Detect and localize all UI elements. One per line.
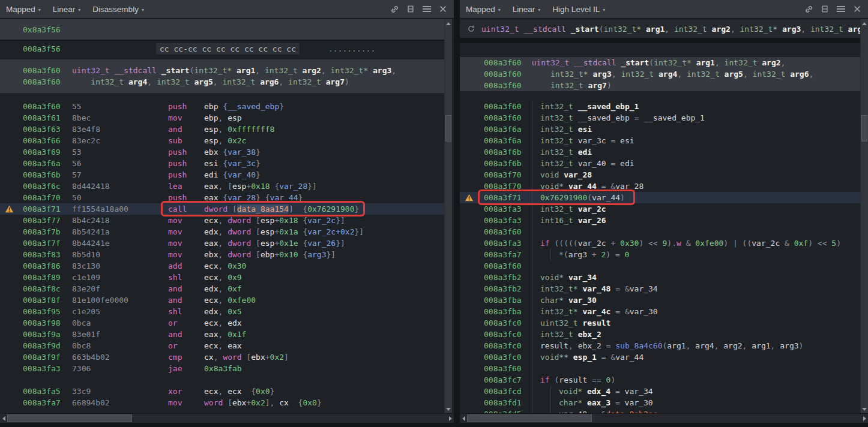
punctuation[interactable]: {: [242, 387, 256, 396]
punctuation[interactable]: ,: [665, 25, 674, 34]
mnemonic[interactable]: mov: [168, 239, 204, 248]
type-token[interactable]: int32_t*: [654, 58, 692, 67]
register[interactable]: edx: [228, 318, 241, 327]
type-token[interactable]: int32_t: [540, 205, 573, 214]
scrollbar-thumb[interactable]: [861, 115, 867, 142]
address[interactable]: 008a3fd1: [484, 398, 522, 407]
punctuation[interactable]: ,: [568, 341, 578, 350]
punctuation[interactable]: [321, 77, 326, 86]
punctuation[interactable]: {: [270, 182, 280, 191]
address[interactable]: 008a3f86: [23, 261, 72, 270]
punctuation[interactable]: [573, 159, 578, 168]
identifier[interactable]: var_2c: [752, 239, 780, 248]
punctuation[interactable]: ,: [218, 261, 228, 270]
address[interactable]: 008a3f83: [23, 250, 72, 259]
scrollbar-up-button[interactable]: [445, 19, 452, 28]
disasm-row[interactable]: 008a3f838b5d10movebx, dword [ebp+0x10 {a…: [0, 249, 445, 260]
address[interactable]: 008a3f9f: [23, 353, 72, 362]
punctuation[interactable]: ,: [218, 113, 228, 122]
identifier-definition[interactable]: arg1: [237, 66, 255, 75]
number-literal[interactable]: 0x30: [228, 261, 246, 270]
identifier-definition[interactable]: var_4c: [582, 307, 610, 316]
mnemonic-or-keyword[interactable]: dword: [228, 250, 251, 259]
punctuation[interactable]: [573, 330, 578, 339]
mnemonic[interactable]: push: [168, 148, 204, 157]
identifier[interactable]: arg1: [752, 341, 770, 350]
vertical-scrollbar[interactable]: [444, 19, 452, 413]
punctuation[interactable]: +: [265, 353, 270, 362]
punctuation[interactable]: (: [599, 25, 604, 34]
punctuation[interactable]: [564, 182, 568, 191]
address[interactable]: 008a3f6a: [23, 159, 72, 168]
identifier[interactable]: var_30: [630, 307, 658, 316]
function-prototype-bar[interactable]: uint32_t __stdcall _start(int32_t* arg1,…: [460, 20, 860, 38]
stack-variable[interactable]: var_38: [228, 148, 256, 157]
hlil-row[interactable]: 008a3fb2int32_t* var_48 = &var_34: [460, 283, 860, 294]
address[interactable]: 008a3fc0: [484, 330, 522, 339]
register[interactable]: ecx: [204, 261, 218, 270]
type-token[interactable]: int32_t: [550, 81, 583, 90]
identifier[interactable]: ebx_2: [578, 341, 601, 350]
address[interactable]: 008a3fa7: [484, 250, 522, 259]
punctuation[interactable]: }: [256, 170, 261, 179]
punctuation[interactable]: , [: [218, 182, 232, 191]
punctuation[interactable]: ,: [731, 25, 740, 34]
punctuation[interactable]: &: [780, 239, 794, 248]
register[interactable]: eax: [228, 341, 241, 350]
mnemonic-or-keyword[interactable]: dword: [228, 216, 251, 225]
register[interactable]: ebp: [204, 102, 218, 111]
tab-mapped[interactable]: Mapped ▾: [466, 5, 501, 14]
number-literal[interactable]: 0x1f: [228, 330, 246, 339]
type-keyword[interactable]: uint32_t: [481, 25, 519, 34]
calling-convention[interactable]: __stdcall: [114, 66, 156, 75]
punctuation[interactable]: ,: [771, 341, 780, 350]
opcode-bytes[interactable]: ff1554a18a00: [72, 205, 168, 214]
menu-icon[interactable]: [422, 4, 432, 14]
type-token[interactable]: void*: [540, 182, 564, 191]
type-token[interactable]: int32_t: [540, 159, 573, 168]
identifier[interactable]: arg4: [695, 341, 714, 350]
punctuation[interactable]: [641, 25, 646, 34]
disasm-row[interactable]: 008a3fa533c9xorecx, ecx {0x0}: [0, 386, 445, 397]
type-token[interactable]: int32_t: [540, 102, 573, 111]
disasm-row[interactable]: 008a3f6055pushebp {__saved_ebp}: [0, 101, 445, 112]
mnemonic[interactable]: mov: [168, 227, 204, 236]
stack-variable[interactable]: var_28: [228, 193, 256, 202]
address[interactable]: 008a3f60: [484, 70, 522, 79]
punctuation[interactable]: ) <<: [808, 239, 831, 248]
hlil-row[interactable]: 008a3f60int32_t __saved_ebp_1: [460, 101, 860, 112]
split-view-icon[interactable]: [406, 4, 415, 14]
punctuation[interactable]: [654, 70, 659, 79]
register[interactable]: ebx: [251, 353, 265, 362]
scrollbar-down-button[interactable]: [445, 405, 452, 413]
punctuation[interactable]: ,: [279, 77, 288, 86]
punctuation[interactable]: ,: [218, 296, 228, 305]
register[interactable]: ecx: [228, 387, 241, 396]
identifier[interactable]: var_34: [625, 387, 653, 396]
hlil-row[interactable]: 008a3fbaint32_t* var_4c = &var_30: [460, 306, 860, 317]
register[interactable]: cx: [204, 353, 214, 362]
address[interactable]: 008a3f77: [23, 216, 72, 225]
address[interactable]: 008a3f6c: [23, 182, 72, 191]
number-literal[interactable]: 0xf: [794, 239, 808, 248]
mnemonic[interactable]: mov: [168, 398, 204, 407]
stack-variable[interactable]: var_44: [270, 193, 298, 202]
identifier[interactable]: var_44: [615, 353, 643, 362]
identifier-definition[interactable]: arg2: [762, 58, 780, 67]
type-token[interactable]: int32_t: [674, 25, 707, 34]
address[interactable]: 008a3fba: [484, 296, 522, 305]
type-token[interactable]: int32_t*: [331, 66, 369, 75]
punctuation[interactable]: [255, 77, 260, 86]
type-token[interactable]: void*: [540, 273, 564, 282]
punctuation[interactable]: [564, 273, 568, 282]
opcode-bytes[interactable]: 8bec: [72, 113, 168, 122]
address[interactable]: 008a3fa3: [484, 216, 522, 225]
mnemonic[interactable]: shl: [168, 307, 204, 316]
type-token[interactable]: int32_t*: [604, 25, 642, 34]
number-literal[interactable]: 0x8a3fab: [204, 364, 242, 373]
type-token[interactable]: int32_t: [265, 66, 298, 75]
punctuation[interactable]: [568, 353, 573, 362]
punctuation[interactable]: ,: [612, 70, 621, 79]
punctuation[interactable]: {: [298, 250, 308, 259]
punctuation[interactable]: [573, 136, 578, 145]
